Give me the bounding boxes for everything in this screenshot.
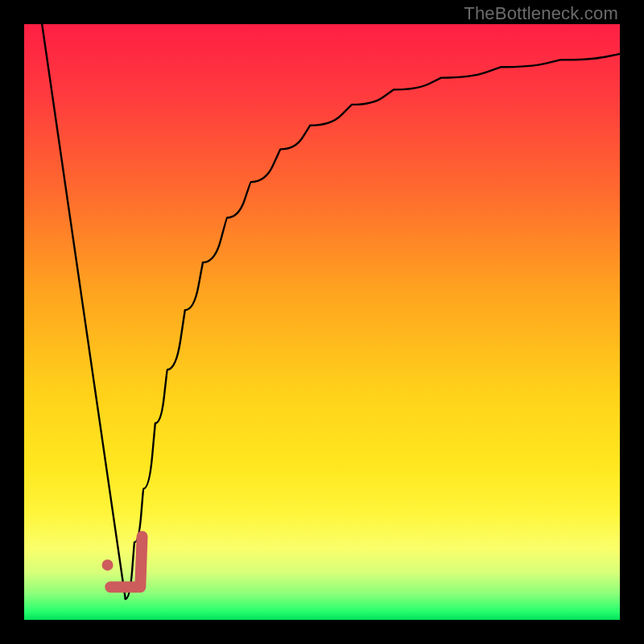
curve-right-asymptote [126,54,620,599]
marker-check-stroke [110,536,142,587]
watermark-text: TheBottleneck.com [464,3,618,24]
outer-frame: TheBottleneck.com [0,0,644,644]
marker-dot [102,559,114,571]
curve-left-descending [42,24,126,599]
plot-area [24,24,620,620]
chart-curves [24,24,620,620]
